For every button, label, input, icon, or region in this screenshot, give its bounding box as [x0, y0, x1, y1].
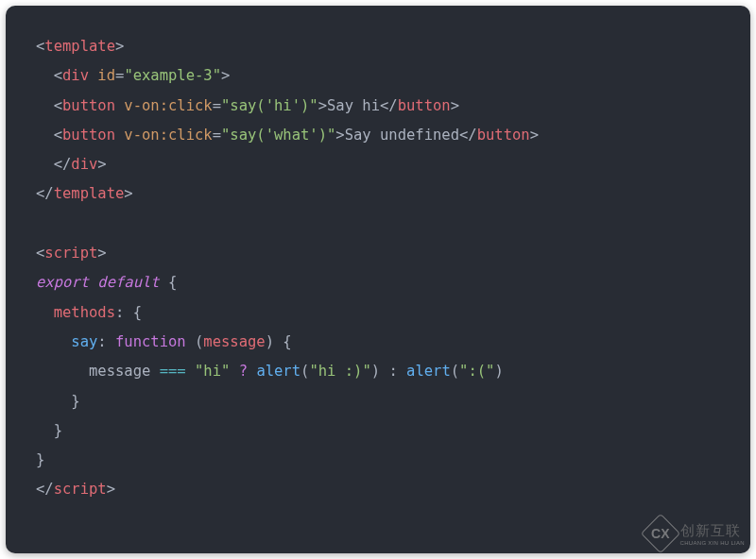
watermark: CX 创新互联 CHUANG XIN HU LIAN [646, 519, 745, 548]
code-line: </script> [36, 475, 720, 504]
code-line: </div> [36, 150, 720, 179]
code-line: } [36, 416, 720, 446]
watermark-text-cn: 创新互联 [680, 522, 745, 540]
code-line: <div id="example-3"> [36, 61, 720, 91]
code-line: export default { [36, 268, 720, 297]
code-line: <script> [36, 239, 720, 268]
code-line: message === "hi" ? alert("hi :)") : aler… [36, 357, 720, 386]
code-line: <button v-on:click="say('hi')">Say hi</b… [36, 92, 720, 121]
code-line: } [36, 387, 720, 416]
watermark-logo-icon: CX [640, 514, 679, 553]
code-line [36, 210, 720, 239]
watermark-text-en: CHUANG XIN HU LIAN [680, 540, 745, 546]
code-line: methods: { [36, 298, 720, 328]
code-block: <template> <div id="example-3"> <button … [6, 6, 750, 553]
code-line: say: function (message) { [36, 328, 720, 357]
code-line: <button v-on:click="say('what')">Say und… [36, 121, 720, 150]
code-line: <template> [36, 32, 720, 61]
code-line: </template> [36, 179, 720, 209]
code-line: } [36, 446, 720, 475]
